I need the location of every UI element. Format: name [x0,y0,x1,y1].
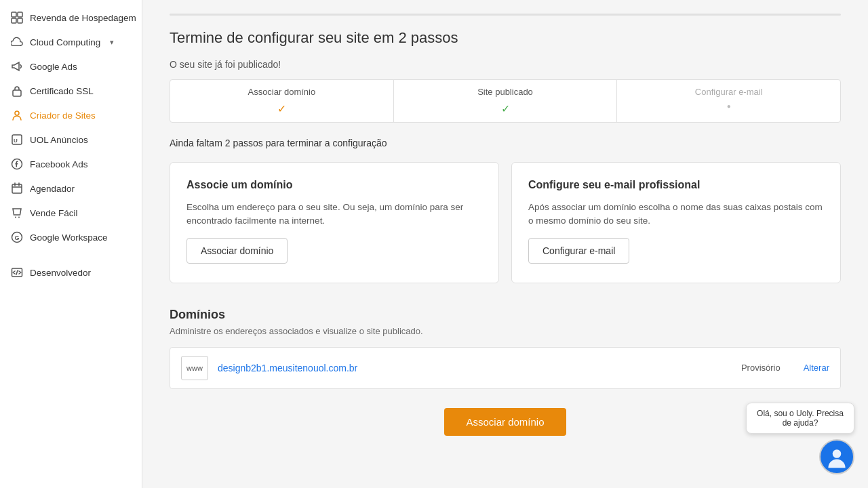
sidebar-item-agendador[interactable]: Agendador [0,176,142,201]
uol-icon: U [11,134,23,146]
sidebar-label-google-ads: Google Ads [30,62,77,72]
sidebar-label-facebook: Facebook Ads [30,159,88,169]
sidebar-item-google-workspace[interactable]: G Google Workspace [0,225,142,249]
domain-www-icon: www [181,356,208,380]
sidebar-item-desenvolvedor[interactable]: Desenvolvedor [0,260,142,285]
cloud-icon [11,36,23,48]
google-icon: G [11,231,23,243]
sidebar-label-criador: Criador de Sites [30,110,96,121]
step-associate-domain: Associar domínio ✓ [170,80,394,122]
step-label-3: Configurar e-mail [695,87,763,97]
svg-point-5 [15,111,19,115]
card-2-desc: Após associar um domínio escolha o nome … [528,201,824,228]
subtitle-text: O seu site já foi publicado! [170,59,841,70]
check-green-icon: ✓ [501,102,510,115]
lock-icon [11,85,23,97]
action-cards: Associe um domínio Escolha um endereço p… [170,162,841,283]
sidebar-label-desenvolvedor: Desenvolvedor [30,268,91,278]
card-2-title: Configure seu e-mail profissional [528,179,824,191]
svg-rect-0 [12,12,16,17]
svg-rect-4 [13,90,21,96]
domain-row: www designb2b1.meusitenouol.com.br Provi… [170,347,841,389]
sidebar-item-uol[interactable]: U UOL Anúncios [0,127,142,152]
vendefacil-icon [11,207,23,219]
svg-point-16 [833,449,842,458]
configure-email-card: Configure seu e-mail profissional Após a… [511,162,841,283]
domain-alterar-button[interactable]: Alterar [804,363,829,373]
sidebar-label-cloud: Cloud Computing [30,37,100,47]
dot-gray-icon: ● [727,102,731,110]
associate-domain-card: Associe um domínio Escolha um endereço p… [170,162,499,283]
sidebar-item-vende-facil[interactable]: Vende Fácil [0,201,142,225]
chat-bubble: Olá, sou o Uoly. Precisa de ajuda? [746,403,854,434]
sidebar-label-revenda: Revenda de Hospedagem [30,13,136,23]
sidebar-label-uol: UOL Anúncios [30,135,88,145]
domains-desc: Administre os endereços associados e vis… [170,326,841,336]
grid-icon [11,12,23,24]
associate-domain-card-button[interactable]: Associar domínio [186,238,288,264]
chevron-down-icon: ▾ [110,38,114,47]
pending-text: Ainda faltam 2 passos para terminar a co… [170,138,841,148]
sidebar-item-ssl[interactable]: Certificado SSL [0,79,142,103]
step-site-published: Site publicado ✓ [394,80,618,122]
check-orange-icon: ✓ [277,102,286,115]
card-1-desc: Escolha um endereço para o seu site. Ou … [186,201,482,228]
sidebar-label-ssl: Certificado SSL [30,86,94,96]
www-label: www [186,364,203,372]
domain-url-link[interactable]: designb2b1.meusitenouol.com.br [218,363,732,373]
step-configure-email: Configurar e-mail ● [617,80,840,122]
sidebar-label-vende-facil: Vende Fácil [30,208,78,218]
domains-section: Domínios Administre os endereços associa… [170,308,841,436]
domain-status: Provisório [741,363,781,373]
sidebar-label-google-workspace: Google Workspace [30,232,108,243]
svg-text:G: G [15,235,20,241]
svg-rect-3 [18,18,22,23]
person-icon [11,109,23,121]
sidebar-item-criador[interactable]: Criador de Sites [0,103,142,127]
sidebar-item-facebook[interactable]: Facebook Ads [0,152,142,176]
domains-title: Domínios [170,308,841,322]
associate-domain-bottom-button[interactable]: Associar domínio [444,408,566,436]
sidebar: Revenda de Hospedagem Cloud Computing ▾ … [0,0,142,488]
chat-widget: Olá, sou o Uoly. Precisa de ajuda? [746,403,854,474]
svg-rect-2 [12,18,16,23]
svg-point-11 [18,217,20,218]
sidebar-label-agendador: Agendador [30,184,75,194]
sidebar-item-cloud[interactable]: Cloud Computing ▾ [0,30,142,54]
calendar-icon [11,182,23,195]
card-1-title: Associe um domínio [186,179,482,191]
sidebar-item-google-ads[interactable]: Google Ads [0,54,142,79]
svg-rect-9 [12,184,22,193]
sidebar-item-revenda[interactable]: Revenda de Hospedagem [0,5,142,30]
megaphone-icon [11,60,23,73]
chat-avatar-button[interactable] [819,439,854,474]
svg-rect-1 [18,12,22,17]
steps-bar: Associar domínio ✓ Site publicado ✓ Conf… [170,79,841,123]
svg-text:U: U [14,138,18,144]
svg-point-10 [15,217,16,218]
top-divider [170,14,841,16]
step-label-1: Associar domínio [248,87,315,97]
step-label-2: Site publicado [477,87,533,97]
page-title: Termine de configurar seu site em 2 pass… [170,29,841,47]
facebook-icon [11,158,23,170]
configure-email-card-button[interactable]: Configurar e-mail [528,238,629,264]
dev-icon [11,266,23,279]
